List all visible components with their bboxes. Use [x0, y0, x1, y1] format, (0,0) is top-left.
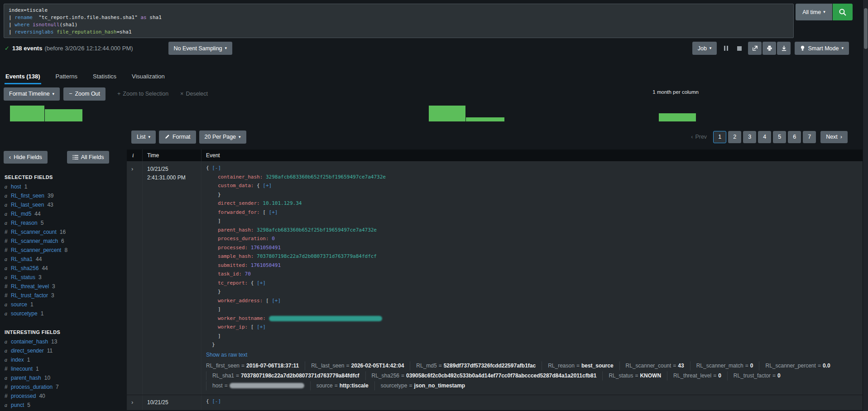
field-link-RL_threat_level[interactable]: RL_threat_level	[11, 283, 49, 290]
summary-field-RL_sha1[interactable]: RL_sha1=7037807198c22a7d2b0807371d763779…	[206, 372, 365, 380]
show-raw-text-link[interactable]: Show as raw text	[206, 352, 247, 358]
summary-field-host[interactable]: host=	[206, 382, 310, 390]
json-expand-toggle[interactable]: [+]	[272, 298, 281, 304]
event-timestamp[interactable]: 10/21/25	[143, 395, 201, 411]
search-query-input[interactable]: index=tiscale| rename "tc_report.info.fi…	[4, 4, 794, 38]
search-mode-dropdown[interactable]: Smart Mode ▾	[795, 42, 849, 55]
summary-field-RL_scanner_percent[interactable]: RL_scanner_percent=0.0	[759, 362, 836, 370]
field-link-direct_sender[interactable]: direct_sender	[11, 348, 44, 354]
per-page-dropdown[interactable]: 20 Per Page ▾	[199, 131, 246, 144]
field-link-RL_md5[interactable]: RL_md5	[11, 211, 31, 217]
event-timestamp[interactable]: 10/21/25 2:41:31.000 PM	[143, 162, 201, 395]
field-count: 1	[27, 357, 30, 363]
print-button[interactable]	[762, 42, 776, 55]
tab-visualization[interactable]: Visualization	[131, 69, 166, 83]
job-menu-button[interactable]: Job ▾	[692, 42, 717, 55]
summary-field-RL_first_seen[interactable]: RL_first_seen=2016-07-06T18:37:11	[206, 362, 305, 370]
tab-patterns[interactable]: Patterns	[55, 69, 78, 83]
events-timeline-histogram[interactable]	[4, 103, 700, 122]
summary-field-value: json_no_timestamp	[414, 382, 465, 390]
next-page-button[interactable]: Next ›	[820, 131, 848, 143]
format-timeline-dropdown[interactable]: Format Timeline ▾	[4, 87, 60, 101]
page-button-4[interactable]: 4	[758, 131, 771, 143]
field-link-container_hash[interactable]: container_hash	[11, 338, 48, 345]
tab-statistics[interactable]: Statistics	[92, 69, 117, 83]
field-link-linecount[interactable]: linecount	[11, 366, 33, 372]
field-link-RL_last_seen[interactable]: RL_last_seen	[11, 202, 44, 208]
scrollbar-thumb[interactable]	[864, 8, 868, 49]
timeline-bar[interactable]	[659, 113, 696, 121]
summary-field-key: RL_sha1	[212, 372, 234, 380]
field-item-RL_sha256: aRL_sha25644	[4, 265, 120, 274]
zoom-out-button[interactable]: − Zoom Out	[63, 87, 106, 101]
summary-field-RL_scanner_match[interactable]: RL_scanner_match=0	[690, 362, 759, 370]
field-link-RL_trust_factor[interactable]: RL_trust_factor	[11, 292, 48, 299]
search-button[interactable]	[833, 4, 853, 20]
field-item-process_duration: #process_duration7	[4, 384, 120, 393]
stop-job-icon[interactable]	[735, 46, 744, 51]
deselect-button[interactable]: × Deselect	[180, 91, 208, 97]
page-button-7[interactable]: 7	[803, 131, 816, 143]
format-events-button[interactable]: Format	[159, 131, 196, 144]
prev-page-button[interactable]: ‹ Prev	[691, 134, 707, 140]
json-expand-toggle[interactable]: [+]	[263, 183, 272, 189]
summary-field-key: RL_status	[609, 372, 633, 380]
field-link-index[interactable]: index	[11, 357, 24, 363]
field-link-RL_reason[interactable]: RL_reason	[11, 220, 38, 226]
field-link-RL_sha1[interactable]: RL_sha1	[11, 256, 33, 262]
page-button-1[interactable]: 1	[713, 131, 726, 143]
field-link-RL_first_seen[interactable]: RL_first_seen	[11, 193, 44, 199]
field-link-host[interactable]: host	[11, 184, 21, 190]
expand-event-chevron[interactable]: ›	[127, 395, 143, 411]
zoom-to-selection-button[interactable]: + Zoom to Selection	[117, 91, 168, 97]
view-type-dropdown[interactable]: List ▾	[131, 131, 156, 144]
export-download-button[interactable]	[777, 42, 791, 55]
field-link-parent_hash[interactable]: parent_hash	[11, 375, 41, 381]
page-button-6[interactable]: 6	[788, 131, 801, 143]
page-button-3[interactable]: 3	[743, 131, 756, 143]
timeline-bar[interactable]	[45, 109, 82, 121]
summary-field-source[interactable]: source=http:tiscale	[310, 382, 374, 390]
time-range-picker[interactable]: All time ▾	[796, 4, 832, 20]
summary-field-RL_reason[interactable]: RL_reason=best_source	[542, 362, 619, 370]
event-sampling-dropdown[interactable]: No Event Sampling ▾	[168, 42, 233, 55]
field-link-source[interactable]: source	[11, 301, 27, 308]
json-expand-toggle[interactable]: [+]	[257, 280, 266, 286]
summary-field-RL_scanner_count[interactable]: RL_scanner_count=43	[619, 362, 690, 370]
page-button-5[interactable]: 5	[773, 131, 786, 143]
summary-field-key: host	[212, 382, 223, 390]
json-expand-toggle[interactable]: [-]	[212, 398, 221, 404]
all-fields-button[interactable]: All Fields	[67, 151, 110, 164]
json-expand-toggle[interactable]: [+]	[269, 209, 278, 215]
field-link-RL_scanner_percent[interactable]: RL_scanner_percent	[11, 247, 61, 253]
field-link-RL_scanner_count[interactable]: RL_scanner_count	[11, 229, 57, 235]
field-link-RL_status[interactable]: RL_status	[11, 274, 35, 280]
field-item-RL_threat_level: #RL_threat_level3	[4, 283, 120, 292]
summary-field-RL_sha256[interactable]: RL_sha256=039058c6f2c0cb492c533b0a4d14ef…	[365, 372, 603, 380]
summary-field-RL_status[interactable]: RL_status=KNOWN	[602, 372, 667, 380]
timeline-bar[interactable]	[429, 106, 465, 121]
field-link-RL_scanner_match[interactable]: RL_scanner_match	[11, 238, 58, 244]
field-link-punct[interactable]: punct	[11, 402, 24, 408]
field-item-RL_first_seen: aRL_first_seen39	[4, 193, 120, 202]
expand-event-chevron[interactable]: ›	[127, 162, 143, 395]
share-job-button[interactable]	[748, 42, 762, 55]
hide-fields-button[interactable]: ‹ Hide Fields	[4, 151, 48, 164]
pause-job-icon[interactable]	[721, 46, 731, 51]
page-button-2[interactable]: 2	[728, 131, 741, 143]
vertical-scrollbar[interactable]	[863, 0, 868, 411]
field-link-RL_sha256[interactable]: RL_sha256	[11, 265, 38, 271]
field-link-processed[interactable]: processed	[11, 393, 36, 399]
field-link-sourcetype[interactable]: sourcetype	[11, 310, 38, 317]
timeline-bar[interactable]	[10, 106, 44, 121]
tab-events[interactable]: Events (138)	[5, 69, 41, 83]
summary-field-RL_trust_factor[interactable]: RL_trust_factor=0	[727, 372, 786, 380]
summary-field-sourcetype[interactable]: sourcetype=json_no_timestamp	[374, 382, 471, 390]
json-expand-toggle[interactable]: [-]	[212, 165, 221, 171]
json-expand-toggle[interactable]: [+]	[257, 324, 266, 330]
summary-field-RL_last_seen[interactable]: RL_last_seen=2026-02-05T14:42:04	[305, 362, 410, 370]
summary-field-RL_md5[interactable]: RL_md5=5289df737df57326fcdd22597afb1fac	[410, 362, 542, 370]
summary-field-RL_threat_level[interactable]: RL_threat_level=0	[667, 372, 727, 380]
timeline-bar[interactable]	[466, 117, 504, 121]
field-link-process_duration[interactable]: process_duration	[11, 384, 53, 390]
